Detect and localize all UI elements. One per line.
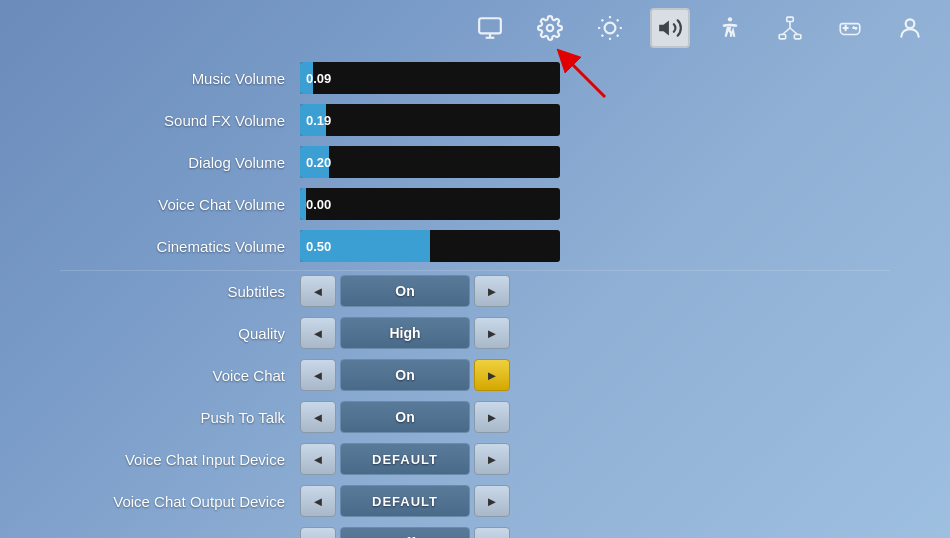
- toggle-row: Quality◄High►: [60, 315, 890, 351]
- slider-label: Sound FX Volume: [60, 112, 300, 129]
- slider-value: 0.00: [306, 197, 331, 212]
- toggle-label: Push To Talk: [60, 409, 300, 426]
- header: [0, 0, 950, 55]
- toggle-right-button[interactable]: ►: [474, 401, 510, 433]
- audio-nav-icon[interactable]: [650, 8, 690, 48]
- slider-value: 0.19: [306, 113, 331, 128]
- toggle-label: Allow Background Audio: [60, 535, 300, 539]
- svg-point-13: [728, 17, 732, 21]
- toggle-row: Push To Talk◄On►: [60, 399, 890, 435]
- toggle-right-button[interactable]: ►: [474, 443, 510, 475]
- toggle-left-button[interactable]: ◄: [300, 359, 336, 391]
- toggle-row: Voice Chat Output Device◄DEFAULT►: [60, 483, 890, 519]
- svg-rect-16: [794, 34, 801, 38]
- slider-row: Voice Chat Volume0.00: [60, 186, 890, 222]
- toggle-row: Subtitles◄On►: [60, 273, 890, 309]
- slider-label: Music Volume: [60, 70, 300, 87]
- toggle-group: ◄DEFAULT►: [300, 443, 510, 475]
- toggle-row: Allow Background Audio◄Off►: [60, 525, 890, 538]
- svg-rect-14: [787, 17, 794, 21]
- toggle-value: Off: [340, 527, 470, 538]
- toggle-row: Voice Chat Input Device◄DEFAULT►: [60, 441, 890, 477]
- toggle-label: Voice Chat Output Device: [60, 493, 300, 510]
- slider-bar[interactable]: 0.20: [300, 146, 560, 178]
- brightness-nav-icon[interactable]: [590, 8, 630, 48]
- toggle-value: On: [340, 359, 470, 391]
- monitor-nav-icon[interactable]: [470, 8, 510, 48]
- slider-row: Dialog Volume0.20: [60, 144, 890, 180]
- slider-bar[interactable]: 0.00: [300, 188, 560, 220]
- toggle-row: Voice Chat◄On►: [60, 357, 890, 393]
- toggle-right-button[interactable]: ►: [474, 317, 510, 349]
- network-nav-icon[interactable]: [770, 8, 810, 48]
- toggle-label: Subtitles: [60, 283, 300, 300]
- toggle-label: Voice Chat Input Device: [60, 451, 300, 468]
- slider-settings: Music Volume0.09Sound FX Volume0.19Dialo…: [60, 60, 890, 264]
- svg-line-12: [617, 19, 619, 21]
- toggle-group: ◄High►: [300, 317, 510, 349]
- toggle-right-button[interactable]: ►: [474, 527, 510, 538]
- svg-point-21: [855, 28, 857, 30]
- toggle-right-button[interactable]: ►: [474, 485, 510, 517]
- slider-row: Cinematics Volume0.50: [60, 228, 890, 264]
- toggle-group: ◄On►: [300, 401, 510, 433]
- toggle-left-button[interactable]: ◄: [300, 485, 336, 517]
- svg-point-4: [605, 22, 616, 33]
- svg-rect-15: [779, 34, 786, 38]
- toggle-left-button[interactable]: ◄: [300, 317, 336, 349]
- slider-label: Cinematics Volume: [60, 238, 300, 255]
- svg-line-7: [602, 19, 604, 21]
- svg-point-22: [906, 19, 915, 28]
- divider: [60, 270, 890, 271]
- svg-line-8: [617, 34, 619, 36]
- toggle-value: On: [340, 401, 470, 433]
- gear-nav-icon[interactable]: [530, 8, 570, 48]
- slider-bar[interactable]: 0.19: [300, 104, 560, 136]
- toggle-left-button[interactable]: ◄: [300, 527, 336, 538]
- toggle-left-button[interactable]: ◄: [300, 275, 336, 307]
- slider-value: 0.50: [306, 239, 331, 254]
- toggle-value: DEFAULT: [340, 443, 470, 475]
- slider-label: Dialog Volume: [60, 154, 300, 171]
- slider-row: Sound FX Volume0.19: [60, 102, 890, 138]
- toggle-right-button[interactable]: ►: [474, 359, 510, 391]
- svg-point-3: [547, 24, 554, 31]
- settings-panel: Music Volume0.09Sound FX Volume0.19Dialo…: [0, 55, 950, 538]
- svg-rect-0: [479, 18, 501, 33]
- svg-point-20: [853, 26, 855, 28]
- slider-row: Music Volume0.09: [60, 60, 890, 96]
- slider-bar[interactable]: 0.09: [300, 62, 560, 94]
- toggle-left-button[interactable]: ◄: [300, 443, 336, 475]
- toggle-value: On: [340, 275, 470, 307]
- svg-line-18: [782, 28, 790, 35]
- accessibility-nav-icon[interactable]: [710, 8, 750, 48]
- toggle-value: DEFAULT: [340, 485, 470, 517]
- slider-value: 0.09: [306, 71, 331, 86]
- controller-nav-icon[interactable]: [830, 8, 870, 48]
- slider-label: Voice Chat Volume: [60, 196, 300, 213]
- toggle-group: ◄DEFAULT►: [300, 485, 510, 517]
- toggle-settings: Subtitles◄On►Quality◄High►Voice Chat◄On►…: [60, 273, 890, 538]
- toggle-group: ◄On►: [300, 275, 510, 307]
- toggle-group: ◄Off►: [300, 527, 510, 538]
- nav-icons: [470, 8, 930, 48]
- slider-value: 0.20: [306, 155, 331, 170]
- toggle-right-button[interactable]: ►: [474, 275, 510, 307]
- svg-line-19: [790, 28, 798, 35]
- toggle-value: High: [340, 317, 470, 349]
- svg-line-11: [602, 34, 604, 36]
- slider-bar[interactable]: 0.50: [300, 230, 560, 262]
- toggle-label: Voice Chat: [60, 367, 300, 384]
- toggle-left-button[interactable]: ◄: [300, 401, 336, 433]
- toggle-group: ◄On►: [300, 359, 510, 391]
- toggle-label: Quality: [60, 325, 300, 342]
- account-nav-icon[interactable]: [890, 8, 930, 48]
